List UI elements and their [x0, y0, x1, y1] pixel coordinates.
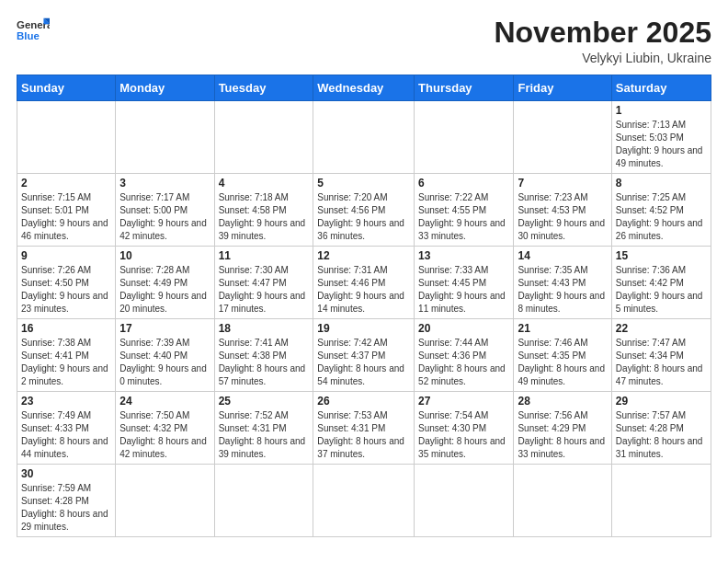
- day-info: Sunrise: 7:49 AM Sunset: 4:33 PM Dayligh…: [21, 409, 111, 461]
- calendar-cell: [214, 101, 313, 174]
- day-info: Sunrise: 7:46 AM Sunset: 4:35 PM Dayligh…: [518, 337, 607, 388]
- day-number: 14: [518, 249, 607, 262]
- day-number: 4: [219, 177, 310, 190]
- day-info: Sunrise: 7:52 AM Sunset: 4:31 PM Dayligh…: [219, 409, 310, 461]
- day-info: Sunrise: 7:26 AM Sunset: 4:50 PM Dayligh…: [21, 264, 111, 316]
- day-number: 28: [518, 395, 607, 408]
- day-info: Sunrise: 7:17 AM Sunset: 5:00 PM Dayligh…: [119, 191, 210, 243]
- week-row-6: 30Sunrise: 7:59 AM Sunset: 4:28 PM Dayli…: [17, 465, 711, 537]
- weekday-thursday: Thursday: [415, 75, 514, 101]
- calendar-cell: 13Sunrise: 7:33 AM Sunset: 4:45 PM Dayli…: [415, 247, 514, 319]
- day-info: Sunrise: 7:25 AM Sunset: 4:52 PM Dayligh…: [616, 191, 707, 243]
- month-title: November 2025: [494, 17, 711, 49]
- weekday-header-row: SundayMondayTuesdayWednesdayThursdayFrid…: [17, 75, 711, 101]
- day-info: Sunrise: 7:33 AM Sunset: 4:45 PM Dayligh…: [418, 264, 509, 316]
- calendar-cell: [17, 101, 116, 174]
- calendar-cell: 8Sunrise: 7:25 AM Sunset: 4:52 PM Daylig…: [611, 174, 711, 247]
- weekday-wednesday: Wednesday: [313, 75, 415, 101]
- calendar-cell: [214, 465, 313, 537]
- calendar-cell: 3Sunrise: 7:17 AM Sunset: 5:00 PM Daylig…: [116, 174, 214, 247]
- location: Velykyi Liubin, Ukraine: [494, 51, 711, 65]
- calendar-cell: 9Sunrise: 7:26 AM Sunset: 4:50 PM Daylig…: [17, 247, 116, 319]
- day-info: Sunrise: 7:44 AM Sunset: 4:36 PM Dayligh…: [418, 337, 509, 388]
- calendar-cell: [514, 465, 611, 537]
- logo-icon: General Blue: [17, 17, 50, 42]
- week-row-5: 23Sunrise: 7:49 AM Sunset: 4:33 PM Dayli…: [17, 392, 711, 465]
- week-row-3: 9Sunrise: 7:26 AM Sunset: 4:50 PM Daylig…: [17, 247, 711, 319]
- day-number: 27: [418, 395, 509, 408]
- weekday-saturday: Saturday: [611, 75, 711, 101]
- calendar-cell: [415, 101, 514, 174]
- day-number: 29: [616, 395, 707, 408]
- day-number: 23: [21, 395, 111, 408]
- day-number: 6: [418, 177, 509, 190]
- calendar-cell: 1Sunrise: 7:13 AM Sunset: 5:03 PM Daylig…: [611, 101, 711, 174]
- day-number: 9: [21, 249, 111, 262]
- svg-text:Blue: Blue: [17, 30, 40, 41]
- calendar-cell: 20Sunrise: 7:44 AM Sunset: 4:36 PM Dayli…: [415, 319, 514, 392]
- weekday-monday: Monday: [116, 75, 214, 101]
- day-info: Sunrise: 7:18 AM Sunset: 4:58 PM Dayligh…: [219, 191, 310, 243]
- calendar-cell: 14Sunrise: 7:35 AM Sunset: 4:43 PM Dayli…: [514, 247, 611, 319]
- calendar-cell: 7Sunrise: 7:23 AM Sunset: 4:53 PM Daylig…: [514, 174, 611, 247]
- calendar-cell: 22Sunrise: 7:47 AM Sunset: 4:34 PM Dayli…: [611, 319, 711, 392]
- calendar-cell: [611, 465, 711, 537]
- day-number: 8: [616, 177, 707, 190]
- day-number: 7: [518, 177, 607, 190]
- day-info: Sunrise: 7:22 AM Sunset: 4:55 PM Dayligh…: [418, 191, 509, 243]
- day-number: 15: [616, 249, 707, 262]
- calendar-cell: [116, 465, 214, 537]
- day-number: 24: [119, 395, 210, 408]
- day-number: 11: [219, 249, 310, 262]
- day-number: 5: [317, 177, 410, 190]
- day-number: 21: [518, 322, 607, 335]
- day-number: 13: [418, 249, 509, 262]
- day-info: Sunrise: 7:35 AM Sunset: 4:43 PM Dayligh…: [518, 264, 607, 316]
- day-info: Sunrise: 7:54 AM Sunset: 4:30 PM Dayligh…: [418, 409, 509, 461]
- calendar-cell: 24Sunrise: 7:50 AM Sunset: 4:32 PM Dayli…: [116, 392, 214, 465]
- week-row-1: 1Sunrise: 7:13 AM Sunset: 5:03 PM Daylig…: [17, 101, 711, 174]
- calendar-cell: 30Sunrise: 7:59 AM Sunset: 4:28 PM Dayli…: [17, 465, 116, 537]
- day-number: 18: [219, 322, 310, 335]
- day-info: Sunrise: 7:38 AM Sunset: 4:41 PM Dayligh…: [21, 337, 111, 388]
- day-info: Sunrise: 7:13 AM Sunset: 5:03 PM Dayligh…: [616, 119, 707, 170]
- calendar-cell: 29Sunrise: 7:57 AM Sunset: 4:28 PM Dayli…: [611, 392, 711, 465]
- calendar-cell: 16Sunrise: 7:38 AM Sunset: 4:41 PM Dayli…: [17, 319, 116, 392]
- day-number: 3: [119, 177, 210, 190]
- calendar-cell: 5Sunrise: 7:20 AM Sunset: 4:56 PM Daylig…: [313, 174, 415, 247]
- calendar-cell: 21Sunrise: 7:46 AM Sunset: 4:35 PM Dayli…: [514, 319, 611, 392]
- calendar-cell: 26Sunrise: 7:53 AM Sunset: 4:31 PM Dayli…: [313, 392, 415, 465]
- day-number: 16: [21, 322, 111, 335]
- title-block: November 2025 Velykyi Liubin, Ukraine: [494, 17, 711, 65]
- day-number: 22: [616, 322, 707, 335]
- calendar-cell: 18Sunrise: 7:41 AM Sunset: 4:38 PM Dayli…: [214, 319, 313, 392]
- day-number: 1: [616, 104, 707, 117]
- day-number: 10: [119, 249, 210, 262]
- day-info: Sunrise: 7:31 AM Sunset: 4:46 PM Dayligh…: [317, 264, 410, 316]
- week-row-4: 16Sunrise: 7:38 AM Sunset: 4:41 PM Dayli…: [17, 319, 711, 392]
- day-number: 26: [317, 395, 410, 408]
- calendar-cell: 17Sunrise: 7:39 AM Sunset: 4:40 PM Dayli…: [116, 319, 214, 392]
- calendar-cell: [415, 465, 514, 537]
- calendar-cell: 6Sunrise: 7:22 AM Sunset: 4:55 PM Daylig…: [415, 174, 514, 247]
- calendar: SundayMondayTuesdayWednesdayThursdayFrid…: [17, 75, 711, 537]
- logo: General Blue: [17, 17, 50, 42]
- day-info: Sunrise: 7:41 AM Sunset: 4:38 PM Dayligh…: [219, 337, 310, 388]
- day-info: Sunrise: 7:57 AM Sunset: 4:28 PM Dayligh…: [616, 409, 707, 461]
- calendar-cell: [313, 101, 415, 174]
- calendar-cell: [514, 101, 611, 174]
- calendar-cell: [116, 101, 214, 174]
- calendar-cell: 12Sunrise: 7:31 AM Sunset: 4:46 PM Dayli…: [313, 247, 415, 319]
- day-info: Sunrise: 7:50 AM Sunset: 4:32 PM Dayligh…: [119, 409, 210, 461]
- day-number: 20: [418, 322, 509, 335]
- day-info: Sunrise: 7:23 AM Sunset: 4:53 PM Dayligh…: [518, 191, 607, 243]
- day-number: 17: [119, 322, 210, 335]
- day-number: 2: [21, 177, 111, 190]
- calendar-cell: 15Sunrise: 7:36 AM Sunset: 4:42 PM Dayli…: [611, 247, 711, 319]
- day-number: 25: [219, 395, 310, 408]
- day-info: Sunrise: 7:59 AM Sunset: 4:28 PM Dayligh…: [21, 482, 111, 534]
- day-info: Sunrise: 7:20 AM Sunset: 4:56 PM Dayligh…: [317, 191, 410, 243]
- day-info: Sunrise: 7:47 AM Sunset: 4:34 PM Dayligh…: [616, 337, 707, 388]
- day-info: Sunrise: 7:30 AM Sunset: 4:47 PM Dayligh…: [219, 264, 310, 316]
- day-info: Sunrise: 7:15 AM Sunset: 5:01 PM Dayligh…: [21, 191, 111, 243]
